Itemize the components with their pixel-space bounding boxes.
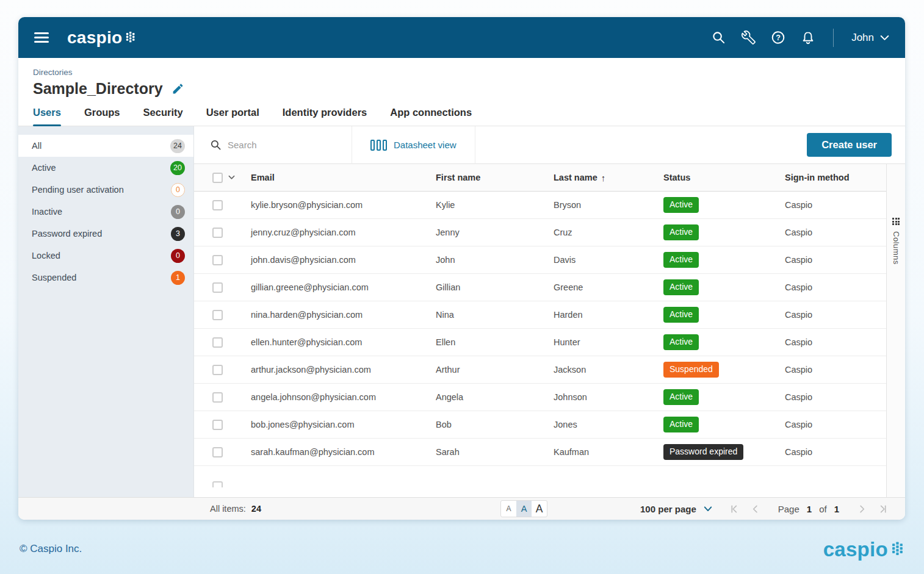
notifications-bell-icon[interactable] [801, 30, 815, 45]
row-checkbox[interactable] [212, 447, 223, 457]
row-checkbox[interactable] [212, 255, 223, 265]
sidebar-item-pending-user-activation[interactable]: Pending user activation0 [18, 179, 193, 201]
status-badge: Active [663, 197, 699, 213]
first-name-cell: Sarah [436, 447, 554, 457]
datasheet-footer: All items: 24 AAA 100 per page Page 1 of [18, 497, 905, 520]
row-checkbox[interactable] [212, 310, 223, 320]
email-cell: ellen.hunter@physician.com [251, 337, 436, 347]
row-checkbox[interactable] [212, 282, 223, 293]
create-user-button[interactable]: Create user [807, 133, 892, 157]
email-cell: gillian.greene@physician.com [251, 282, 436, 292]
font-size-option-0[interactable]: A [501, 501, 516, 517]
status-cell: Active [663, 197, 785, 213]
sidebar-item-label: Active [32, 163, 56, 173]
copyright-text: © Caspio Inc. [20, 543, 82, 555]
first-name-cell: Kylie [436, 200, 554, 210]
sign-in-method-cell: Caspio [785, 200, 886, 210]
select-all-checkbox[interactable] [212, 173, 223, 183]
sign-in-method-cell: Caspio [785, 420, 886, 429]
chevron-down-icon [704, 506, 712, 512]
sign-in-method-cell: Caspio [785, 255, 886, 265]
first-name-cell: Gillian [436, 282, 554, 292]
email-cell: sarah.kaufman@physician.com [251, 447, 436, 457]
sidebar-item-inactive[interactable]: Inactive0 [18, 201, 193, 223]
status-cell: Active [663, 307, 785, 323]
search-box[interactable] [194, 139, 352, 151]
row-select-cell [194, 337, 251, 348]
last-name-cell: Hunter [554, 337, 663, 347]
email-cell: kylie.bryson@physician.com [251, 200, 436, 210]
column-header-email[interactable]: Email [251, 173, 436, 182]
select-menu-chevron-icon[interactable] [228, 175, 235, 180]
row-checkbox[interactable] [212, 392, 223, 403]
status-cell: Active [663, 279, 785, 295]
last-page-button[interactable] [876, 502, 889, 515]
search-icon[interactable] [711, 30, 726, 45]
all-items-label: All items: [210, 504, 246, 514]
status-badge: Active [663, 334, 699, 350]
first-name-cell: Bob [436, 420, 554, 429]
directory-app-window: caspio [18, 17, 905, 520]
email-cell: nina.harden@physician.com [251, 310, 436, 320]
column-header-sign-in-method[interactable]: Sign-in method [785, 173, 886, 182]
row-checkbox[interactable] [212, 365, 223, 375]
sidebar-item-label: Pending user activation [32, 185, 124, 195]
row-checkbox[interactable] [212, 228, 223, 238]
tab-identity-providers[interactable]: Identity providers [283, 107, 367, 126]
status-cell: Suspended [663, 362, 785, 378]
sign-in-method-cell: Caspio [785, 282, 886, 292]
status-badge: Active [663, 307, 699, 323]
sidebar-item-suspended[interactable]: Suspended1 [18, 267, 193, 289]
sort-ascending-arrow-icon[interactable]: ↑ [601, 173, 606, 183]
table-row: nina.harden@physician.comNinaHardenActiv… [194, 301, 886, 329]
status-badge: Active [663, 279, 699, 295]
column-header-last-name[interactable]: Last name ↑ [554, 173, 663, 183]
tab-app-connections[interactable]: App connections [390, 107, 472, 126]
row-checkbox[interactable] [212, 200, 223, 210]
previous-page-button[interactable] [749, 502, 762, 515]
sign-in-method-cell: Caspio [785, 337, 886, 347]
caspio-logo-text: caspio [823, 539, 888, 559]
sidebar-item-label: All [32, 141, 42, 151]
tools-wrench-icon[interactable] [741, 30, 756, 45]
font-size-option-1[interactable]: A [516, 501, 532, 517]
nav-divider [833, 29, 834, 47]
columns-panel-toggle[interactable]: Columns [886, 164, 905, 497]
user-menu[interactable]: John [851, 32, 889, 44]
column-header-status[interactable]: Status [663, 173, 785, 182]
column-header-first-name[interactable]: First name [436, 173, 554, 182]
per-page-select[interactable]: 100 per page [640, 504, 712, 514]
row-checkbox[interactable] [212, 420, 223, 430]
tab-groups[interactable]: Groups [84, 107, 120, 126]
sidebar-item-label: Password expired [32, 229, 102, 239]
table-row: arthur.jackson@physician.comArthurJackso… [194, 356, 886, 384]
sidebar-item-password-expired[interactable]: Password expired3 [18, 223, 193, 245]
current-page-number[interactable]: 1 [807, 504, 812, 514]
status-cell: Active [663, 224, 785, 240]
sidebar-item-active[interactable]: Active20 [18, 157, 193, 179]
row-checkbox [212, 481, 223, 487]
page-label: Page [778, 504, 799, 514]
breadcrumb[interactable]: Directories [33, 68, 890, 77]
next-page-button[interactable] [855, 502, 868, 515]
search-input[interactable] [228, 140, 325, 150]
table-row: angela.johnson@physician.comAngelaJohnso… [194, 384, 886, 411]
last-name-cell: Cruz [554, 228, 663, 237]
tab-users[interactable]: Users [33, 107, 61, 126]
sidebar-item-locked[interactable]: Locked0 [18, 245, 193, 267]
font-size-option-2[interactable]: A [532, 501, 547, 517]
row-select-cell [194, 255, 251, 265]
row-select-cell [194, 282, 251, 293]
status-cell: Active [663, 417, 785, 432]
datasheet-view-button[interactable]: Datasheet view [352, 140, 475, 151]
first-page-button[interactable] [728, 502, 742, 515]
hamburger-menu-icon[interactable] [34, 32, 49, 43]
sidebar-item-all[interactable]: All24 [18, 135, 193, 157]
tab-bar: UsersGroupsSecurityUser portalIdentity p… [18, 107, 905, 126]
row-checkbox[interactable] [212, 337, 223, 348]
tab-user-portal[interactable]: User portal [206, 107, 259, 126]
tab-security[interactable]: Security [143, 107, 183, 126]
help-icon[interactable]: ? [771, 30, 785, 45]
edit-title-pencil-icon[interactable] [171, 82, 184, 95]
status-cell: Active [663, 389, 785, 405]
